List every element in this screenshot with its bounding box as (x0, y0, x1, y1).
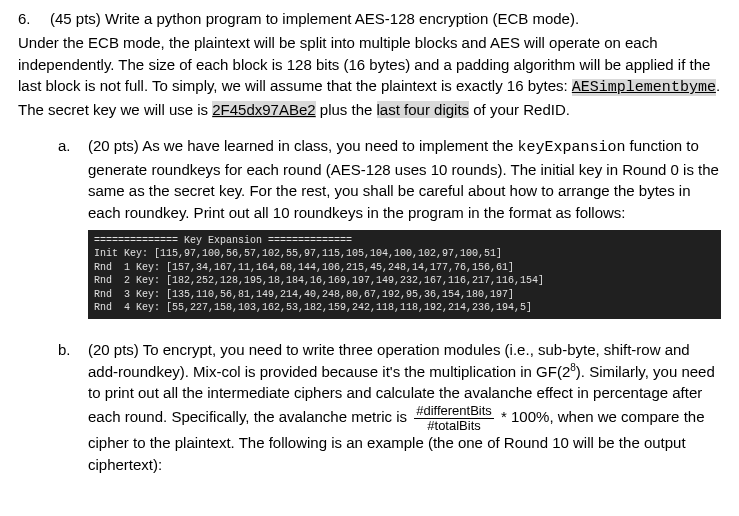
question-title: (45 pts) Write a python program to imple… (50, 8, 579, 30)
code-output-keyexpansion: ============== Key Expansion ===========… (88, 230, 721, 319)
function-name: keyExpansion (517, 139, 625, 156)
body-text: plus the (316, 101, 377, 118)
subpart-b: b. (20 pts) To encrypt, you need to writ… (58, 339, 721, 476)
key-value: 2F45dx97ABe2 (212, 101, 315, 118)
question-body: Under the ECB mode, the plaintext will b… (18, 32, 721, 121)
subpart-a: a. (20 pts) As we have learned in class,… (58, 135, 721, 325)
question-header: 6. (45 pts) Write a python program to im… (18, 8, 721, 30)
fraction-denominator: #totalBits (414, 419, 494, 433)
gf-expression: GF(28) (536, 363, 581, 380)
question-number: 6. (18, 8, 40, 30)
plaintext-value: AESimplementbyme (572, 79, 716, 96)
body-text: of your RedID. (469, 101, 570, 118)
subpart-a-text: (20 pts) As we have learned in class, yo… (88, 137, 517, 154)
subpart-letter: a. (58, 135, 76, 325)
fraction-numerator: #differentBits (414, 404, 494, 419)
fraction-avalanche: #differentBits#totalBits (414, 404, 494, 432)
subpart-letter: b. (58, 339, 76, 476)
last-four-digits: last four digits (377, 101, 470, 118)
